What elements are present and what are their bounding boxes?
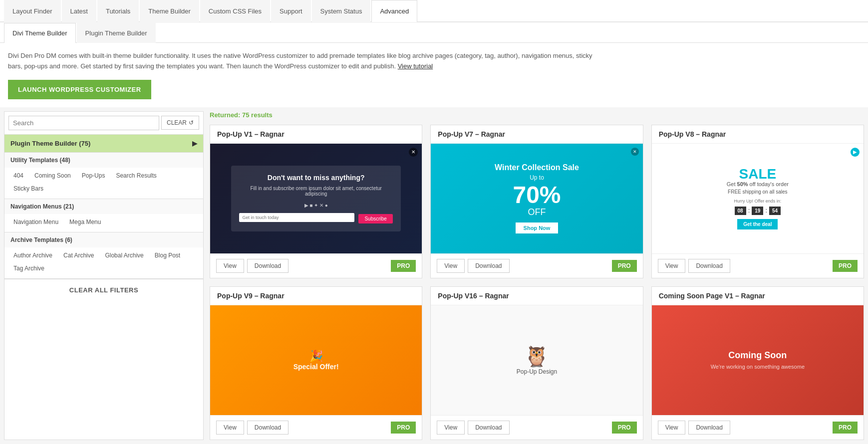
download-popup-v9-button[interactable]: Download [247, 421, 289, 435]
card-actions-coming-soon-v1: View Download PRO [652, 415, 864, 440]
card-popup-v9: Pop-Up V9 – Ragnar 🎉 Special Offer! View… [210, 286, 422, 440]
view-coming-soon-v1-button[interactable]: View [658, 421, 686, 435]
pro-badge-popup-v7: PRO [612, 260, 637, 272]
view-popup-v9-button[interactable]: View [216, 421, 244, 435]
navigation-menus-header: Navigation Menus (21) [4, 199, 203, 214]
tab-system-status[interactable]: System Status [312, 0, 371, 22]
shop-now-mock[interactable]: Shop Now [516, 222, 559, 233]
popup-v8-mockup: SALE Get 50% off today's order FREE ship… [727, 167, 789, 229]
card-image-popup-v1: Don't want to miss anything? Fill in and… [210, 144, 422, 253]
view-tutorial-link[interactable]: View tutorial [398, 62, 433, 70]
tab-advanced[interactable]: Advanced [371, 0, 417, 22]
view-popup-v16-button[interactable]: View [437, 421, 465, 435]
popup-v7-mockup: Winter Collection Sale Up to 70% OFF Sho… [485, 153, 589, 243]
popup-v9-mockup: 🎉 Special Offer! [284, 340, 349, 381]
filter-tag-tag-archive[interactable]: Tag Archive [8, 262, 49, 274]
archive-templates-header: Archive Templates (6) [4, 232, 203, 247]
plugin-theme-builder-section: Plugin Theme Builder (75) ▶ [4, 135, 203, 153]
card-title-coming-soon-v1: Coming Soon Page V1 – Ragnar [652, 287, 864, 305]
card-title-popup-v16: Pop-Up V16 – Ragnar [431, 287, 642, 305]
card-actions-popup-v8: View Download PRO [652, 253, 864, 278]
tab-divi-theme-builder[interactable]: Divi Theme Builder [4, 23, 76, 43]
archive-templates-section: Archive Templates (6) Author Archive Cat… [4, 232, 203, 279]
card-actions-popup-v9: View Download PRO [210, 415, 422, 440]
plugin-theme-builder-header[interactable]: Plugin Theme Builder (75) ▶ [4, 135, 203, 152]
filter-tag-coming-soon[interactable]: Coming Soon [29, 170, 76, 182]
clear-label: CLEAR [167, 119, 187, 126]
description-text: Divi Den Pro DM comes with built-in them… [8, 51, 607, 72]
tab-plugin-theme-builder[interactable]: Plugin Theme Builder [77, 23, 156, 43]
search-bar: CLEAR ↺ [4, 112, 203, 135]
clear-all-filters-button[interactable]: CLEAR ALL FILTERS [4, 279, 203, 301]
filter-tag-author-archive[interactable]: Author Archive [8, 249, 57, 261]
popup-v16-mockup: 🦉 Pop-Up Design [517, 345, 557, 375]
description-area: Divi Den Pro DM comes with built-in them… [0, 43, 868, 107]
main-layout: CLEAR ↺ Plugin Theme Builder (75) ▶ Util… [0, 107, 868, 444]
download-popup-v1-button[interactable]: Download [247, 259, 289, 273]
filter-tag-pop-ups[interactable]: Pop-Ups [77, 170, 110, 182]
card-image-coming-soon-v1: Coming Soon We're working on something a… [652, 305, 864, 415]
filter-tag-cat-archive[interactable]: Cat Archive [58, 249, 99, 261]
arrow-icon-v8: ▶ [851, 148, 860, 157]
pro-badge-popup-v9: PRO [391, 422, 416, 434]
utility-templates-tags: 404 Coming Soon Pop-Ups Search Results S… [4, 168, 203, 199]
clear-search-button[interactable]: CLEAR ↺ [161, 116, 199, 130]
tab-custom-css-files[interactable]: Custom CSS Files [200, 0, 270, 22]
tab-support[interactable]: Support [271, 0, 311, 22]
navigation-menus-tags: Navigation Menu Mega Menu [4, 214, 203, 232]
pro-badge-coming-soon-v1: PRO [833, 422, 858, 434]
pro-badge-popup-v16: PRO [612, 422, 637, 434]
download-popup-v7-button[interactable]: Download [468, 259, 509, 273]
archive-templates-tags: Author Archive Cat Archive Global Archiv… [4, 247, 203, 278]
card-popup-v1: Pop-Up V1 – Ragnar Don't want to miss an… [210, 125, 422, 278]
filter-tag-sticky-bars[interactable]: Sticky Bars [8, 183, 48, 195]
navigation-menus-section: Navigation Menus (21) Navigation Menu Me… [4, 199, 203, 232]
filter-tag-404[interactable]: 404 [8, 170, 28, 182]
filter-tag-search-results[interactable]: Search Results [111, 170, 161, 182]
tab-theme-builder[interactable]: Theme Builder [140, 0, 199, 22]
view-popup-v1-button[interactable]: View [216, 259, 244, 273]
cards-grid: Pop-Up V1 – Ragnar Don't want to miss an… [210, 125, 864, 440]
launch-wordpress-customizer-button[interactable]: LAUNCH WORDPRESS CUSTOMIZER [8, 80, 151, 99]
coming-soon-v1-mockup: Coming Soon We're working on something a… [701, 340, 815, 380]
close-icon-v7: ✕ [631, 148, 639, 156]
download-popup-v8-button[interactable]: Download [688, 259, 730, 273]
arrow-right-icon: ▶ [192, 140, 197, 147]
card-image-popup-v16: 🦉 Pop-Up Design [431, 305, 642, 415]
card-image-popup-v9: 🎉 Special Offer! [210, 305, 422, 415]
card-image-popup-v7: Winter Collection Sale Up to 70% OFF Sho… [431, 144, 642, 253]
utility-templates-section: Utility Templates (48) 404 Coming Soon P… [4, 153, 203, 199]
tab-layout-finder[interactable]: Layout Finder [4, 0, 61, 22]
plugin-theme-builder-label: Plugin Theme Builder (75) [10, 140, 90, 147]
card-actions-popup-v7: View Download PRO [431, 253, 642, 278]
tab-latest[interactable]: Latest [62, 0, 96, 22]
download-coming-soon-v1-button[interactable]: Download [688, 421, 730, 435]
tab-tutorials[interactable]: Tutorials [97, 0, 139, 22]
card-popup-v8: Pop-Up V8 – Ragnar SALE Get 50% off toda… [651, 125, 864, 278]
sidebar: CLEAR ↺ Plugin Theme Builder (75) ▶ Util… [4, 111, 204, 440]
popup-v1-mockup: Don't want to miss anything? Fill in and… [231, 166, 400, 231]
card-popup-v7: Pop-Up V7 – Ragnar Winter Collection Sal… [430, 125, 643, 278]
card-title-popup-v1: Pop-Up V1 – Ragnar [210, 125, 422, 144]
card-image-popup-v8: SALE Get 50% off today's order FREE ship… [652, 144, 864, 253]
search-input[interactable] [8, 116, 159, 130]
results-area: Returned: 75 results Pop-Up V1 – Ragnar … [204, 111, 864, 440]
card-actions-popup-v1: View Download PRO [210, 253, 422, 278]
results-header: Returned: 75 results [210, 111, 864, 119]
view-popup-v7-button[interactable]: View [437, 259, 465, 273]
sub-navigation: Divi Theme Builder Plugin Theme Builder [0, 23, 868, 43]
download-popup-v16-button[interactable]: Download [468, 421, 509, 435]
filter-tag-mega-menu[interactable]: Mega Menu [64, 216, 106, 228]
popup-email-mock[interactable] [239, 213, 354, 222]
pro-badge-popup-v8: PRO [833, 260, 858, 272]
card-title-popup-v9: Pop-Up V9 – Ragnar [210, 287, 422, 305]
card-actions-popup-v16: View Download PRO [431, 415, 642, 440]
filter-tag-navigation-menu[interactable]: Navigation Menu [8, 216, 63, 228]
filter-tag-blog-post[interactable]: Blog Post [150, 249, 185, 261]
pro-badge-popup-v1: PRO [391, 260, 416, 272]
refresh-icon: ↺ [189, 119, 194, 126]
card-title-popup-v8: Pop-Up V8 – Ragnar [652, 125, 864, 144]
filter-tag-global-archive[interactable]: Global Archive [100, 249, 148, 261]
view-popup-v8-button[interactable]: View [658, 259, 686, 273]
close-icon: ✕ [409, 148, 418, 157]
